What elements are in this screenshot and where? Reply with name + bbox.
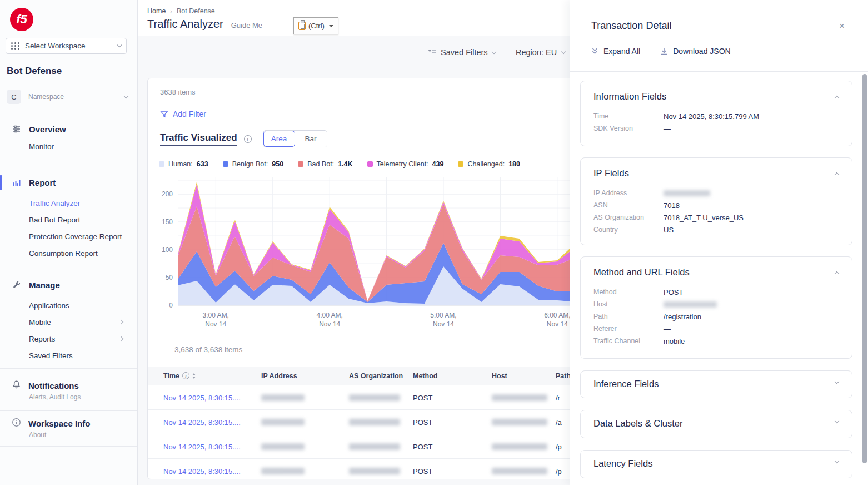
svg-text:Nov 14: Nov 14	[547, 320, 568, 328]
svg-text:4:00 AM,: 4:00 AM,	[316, 311, 342, 319]
expand-icon[interactable]	[835, 379, 839, 384]
collapse-icon[interactable]	[835, 271, 839, 276]
field-value: /registration	[664, 313, 701, 321]
add-filter-label: Add Filter	[173, 110, 206, 118]
sidebar-item-reports[interactable]: Reports	[0, 330, 137, 347]
chevron-down-icon	[117, 43, 122, 47]
legend-item-human[interactable]: Human:633	[159, 160, 208, 168]
field-label: Host	[593, 300, 664, 308]
table-row[interactable]: Nov 14 2025, 8:30:15.... POST /p	[148, 458, 586, 479]
legend-item-telemetry-client[interactable]: Telemetry Client:439	[367, 160, 444, 168]
column-header-ip-address: IP Address	[261, 372, 297, 380]
app-screen: f5 Select Workspace Bot Defense C Namesp…	[0, 0, 868, 485]
sidebar-item-label: Bad Bot Report	[29, 216, 80, 224]
expand-icon[interactable]	[835, 419, 839, 423]
transaction-time-link[interactable]: Nov 14 2025, 8:30:15....	[163, 393, 241, 402]
redacted-ip-value	[261, 394, 305, 401]
legend-swatch	[223, 161, 228, 167]
namespace-avatar: C	[7, 90, 21, 104]
nav-group-manage[interactable]: Manage	[0, 276, 137, 294]
sidebar-item-saved-filters[interactable]: Saved Filters	[0, 347, 137, 364]
svg-text:50: 50	[166, 274, 173, 281]
chevron-down-icon	[124, 93, 128, 98]
sidebar-item-applications[interactable]: Applications	[0, 297, 137, 314]
card-latency-fields[interactable]: Latency Fields	[580, 450, 852, 478]
region-dropdown[interactable]: Region: EU	[516, 48, 565, 57]
panel-scrollbar[interactable]	[862, 74, 867, 463]
redacted-as-org-value	[349, 468, 400, 474]
paste-ctrl-overlay-button[interactable]: (Ctrl)	[293, 17, 338, 34]
sidebar-item-bad-bot-report[interactable]: Bad Bot Report	[0, 211, 137, 228]
field-value: POST	[664, 288, 683, 296]
card-inference-fields[interactable]: Inference Fields	[580, 370, 852, 398]
saved-filters-dropdown[interactable]: Saved Filters	[428, 48, 496, 57]
close-icon[interactable]: ×	[839, 21, 845, 31]
sidebar-item-monitor[interactable]: Monitor	[0, 138, 137, 155]
namespace-selector[interactable]: C Namespace	[7, 88, 131, 106]
chevron-down-icon	[491, 49, 496, 53]
legend-swatch	[367, 161, 373, 167]
column-header-time[interactable]: Time i	[163, 372, 196, 380]
column-header-path: Path	[556, 372, 571, 380]
breadcrumb: Home › Bot Defense	[147, 7, 215, 15]
expand-icon[interactable]	[835, 459, 839, 463]
sidebar-item-label: Saved Filters	[29, 352, 73, 360]
card-title: Data Labels & Cluster	[593, 418, 683, 429]
sidebar-item-mobile[interactable]: Mobile	[0, 314, 137, 330]
redacted-ip-value	[261, 419, 305, 425]
transaction-time-link[interactable]: Nov 14 2025, 8:30:15....	[163, 442, 241, 451]
sidebar-item-consumption-report[interactable]: Consumption Report	[0, 245, 137, 261]
legend-item-bad-bot[interactable]: Bad Bot:1.4K	[298, 160, 352, 168]
field-label: Method	[593, 288, 664, 296]
collapse-icon[interactable]	[835, 172, 839, 177]
legend-item-challenged[interactable]: Challenged:180	[458, 160, 520, 168]
download-json-button[interactable]: Download JSON	[660, 47, 731, 56]
chevron-right-icon	[119, 320, 123, 324]
redacted-host-value	[492, 419, 547, 425]
saved-filters-label: Saved Filters	[441, 48, 488, 57]
add-filter-button[interactable]: Add Filter	[160, 110, 206, 118]
sidebar-item-traffic-analyzer[interactable]: Traffic Analyzer	[0, 195, 137, 211]
transaction-time-link[interactable]: Nov 14 2025, 8:30:15....	[163, 467, 241, 475]
sidebar-item-notifications[interactable]: Notifications Alerts, Audit Logs	[0, 380, 137, 401]
guide-me-link[interactable]: Guide Me	[231, 21, 262, 29]
main-header: Home › Bot Defense Traffic Analyzer Guid…	[138, 0, 570, 36]
expand-all-label: Expand All	[603, 47, 640, 56]
sidebar-item-workspace-info[interactable]: Workspace Info About	[0, 418, 137, 439]
view-area-button[interactable]: Area	[263, 131, 295, 147]
field-value: 7018_AT_T U_verse_US	[664, 214, 744, 222]
svg-text:100: 100	[162, 246, 173, 254]
field-label: AS Organization	[593, 214, 664, 221]
sidebar-item-label: Mobile	[29, 318, 51, 326]
paste-ctrl-label: (Ctrl)	[308, 22, 325, 30]
table-row[interactable]: Nov 14 2025, 8:30:15.... POST /a	[148, 409, 586, 434]
bell-icon	[12, 380, 21, 391]
sidebar-item-protection-coverage-report[interactable]: Protection Coverage Report	[0, 228, 137, 245]
field-value: 7018	[664, 201, 680, 210]
card-title: Inference Fields	[593, 379, 659, 389]
wrench-icon	[12, 280, 22, 290]
table-row[interactable]: Nov 14 2025, 8:30:15.... POST /r	[148, 385, 586, 409]
f5-logo: f5	[10, 8, 33, 31]
transaction-time-link[interactable]: Nov 14 2025, 8:30:15....	[163, 418, 241, 426]
sidebar-item-sublabel: About	[0, 431, 137, 439]
nav-group-label: Manage	[29, 280, 60, 290]
card-data-labels-cluster[interactable]: Data Labels & Cluster	[580, 410, 852, 438]
sidebar: f5 Select Workspace Bot Defense C Namesp…	[0, 0, 138, 485]
view-bar-button[interactable]: Bar	[295, 131, 327, 147]
nav-group-report[interactable]: Report	[0, 174, 137, 191]
workspace-selector[interactable]: Select Workspace	[6, 38, 127, 54]
field-label: Country	[593, 226, 664, 234]
sidebar-item-label: Traffic Analyzer	[29, 199, 80, 207]
redacted-ip-value	[261, 468, 305, 474]
table-row[interactable]: Nov 14 2025, 8:30:15.... POST /p	[148, 434, 586, 458]
chart-section-title[interactable]: Traffic Visualized	[160, 132, 237, 146]
sort-icon	[192, 373, 196, 379]
redacted-ip-address-value	[664, 190, 710, 196]
nav-group-overview[interactable]: Overview	[0, 120, 137, 138]
collapse-icon[interactable]	[835, 96, 839, 100]
expand-all-button[interactable]: Expand All	[591, 47, 640, 56]
legend-item-benign-bot[interactable]: Benign Bot:950	[223, 160, 284, 168]
breadcrumb-home-link[interactable]: Home	[147, 7, 166, 15]
sidebar-item-label: Applications	[29, 301, 69, 310]
